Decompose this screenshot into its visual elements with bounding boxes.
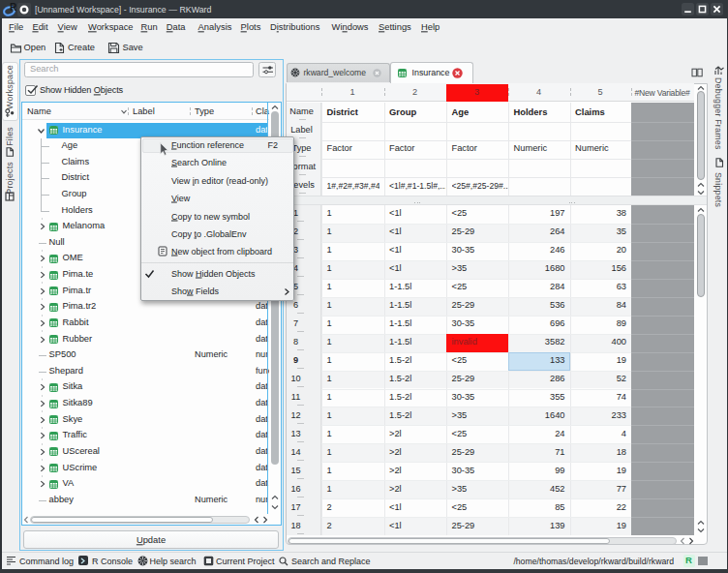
svg-text:R: R [10, 2, 17, 13]
